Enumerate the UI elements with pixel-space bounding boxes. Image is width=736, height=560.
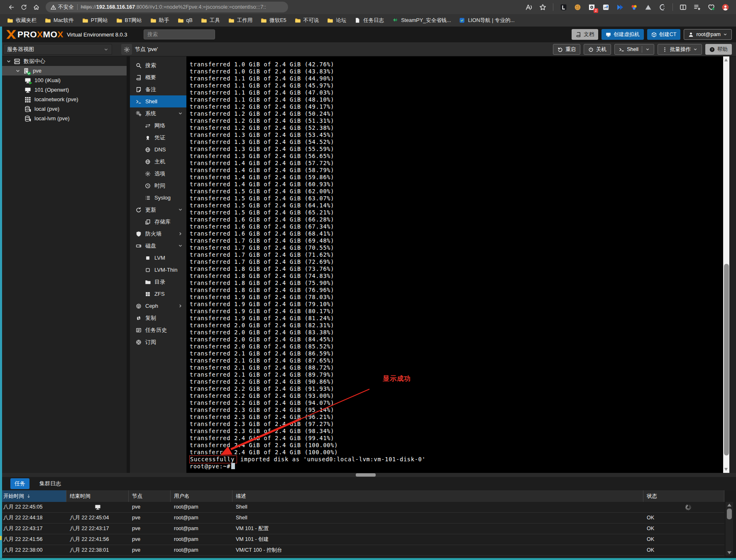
bookmark-item[interactable]: 论坛 bbox=[327, 17, 346, 24]
bookmark-item[interactable]: 任务日志 bbox=[354, 17, 384, 24]
bookmark-item[interactable]: 微软E5 bbox=[260, 17, 286, 24]
ext-blue-arrows-button[interactable] bbox=[616, 3, 624, 11]
menu-item--[interactable]: 更新 bbox=[130, 204, 186, 216]
bottom-panel-splitter[interactable] bbox=[0, 473, 736, 477]
tree-item-localnetwork-pve-[interactable]: localnetwork (pve) bbox=[2, 95, 127, 104]
tab-任务[interactable]: 任务 bbox=[10, 478, 29, 489]
reload-button[interactable] bbox=[17, 2, 30, 12]
tree-item-pve[interactable]: pve bbox=[2, 66, 127, 75]
table-row[interactable]: 八月 22 22:44:18八月 22 22:45:04pveroot@pamS… bbox=[0, 513, 724, 523]
menu-item-dns[interactable]: DNS bbox=[130, 144, 186, 156]
shell-button[interactable]: Shell bbox=[614, 44, 654, 55]
tree-item-local-pve-[interactable]: local (pve) bbox=[2, 104, 127, 114]
scroll-up-icon[interactable] bbox=[724, 58, 728, 61]
task-table-scrollbar[interactable] bbox=[726, 502, 733, 556]
bookmark-item[interactable]: SteamPY_安全省钱... bbox=[392, 17, 451, 24]
menu-item-syslog[interactable]: Syslog bbox=[130, 192, 186, 204]
menu-item--[interactable]: 任务历史 bbox=[130, 324, 186, 336]
home-button[interactable] bbox=[30, 2, 42, 12]
favorites-star-button[interactable] bbox=[539, 3, 547, 11]
table-row[interactable]: 八月 22 22:38:00八月 22 22:38:01pveroot@pamV… bbox=[0, 545, 724, 556]
global-search-input[interactable] bbox=[144, 29, 215, 39]
menu-item-ceph[interactable]: Ceph bbox=[130, 300, 186, 312]
menu-item--[interactable]: 系统 bbox=[130, 107, 186, 119]
bookmark-item[interactable]: LION导航 | 专业的... bbox=[459, 17, 514, 24]
ext-screenshot-button[interactable]: 2 bbox=[588, 3, 596, 11]
table-row[interactable]: 八月 22 22:45:05pveroot@pamShell bbox=[0, 502, 724, 513]
menu-item--[interactable]: 备注 bbox=[130, 83, 186, 95]
scroll-down-icon[interactable] bbox=[727, 551, 731, 554]
bookmark-item[interactable]: 收藏夹栏 bbox=[7, 17, 37, 24]
documentation-button[interactable]: 文档 bbox=[572, 29, 598, 40]
collections-button[interactable] bbox=[693, 3, 701, 11]
column-header-5[interactable]: 描述 bbox=[232, 490, 643, 502]
create-ct-button[interactable]: 创建CT bbox=[647, 29, 681, 40]
table-row[interactable]: 八月 22 22:43:17八月 22 22:43:17pveroot@pamV… bbox=[0, 523, 724, 534]
bookmark-item[interactable]: qB bbox=[177, 17, 193, 23]
scroll-up-icon[interactable] bbox=[727, 504, 731, 506]
tree-item-100-ikuai-[interactable]: 100 (iKuai) bbox=[2, 75, 127, 85]
column-header-1[interactable]: 开始时间 bbox=[0, 490, 66, 502]
bookmark-item[interactable]: 助手 bbox=[150, 17, 169, 24]
menu-item--[interactable]: 目录 bbox=[130, 276, 186, 288]
menu-item--[interactable]: 复制 bbox=[130, 312, 186, 324]
menu-item--[interactable]: 主机 bbox=[130, 156, 186, 168]
tree-item-101-openwrt-[interactable]: 101 (Openwrt) bbox=[2, 85, 127, 95]
menu-item--[interactable]: 存储库 bbox=[130, 216, 186, 228]
column-header-4[interactable]: 用户名 bbox=[171, 490, 232, 502]
bulk-actions-button[interactable]: 批量操作 bbox=[658, 44, 702, 55]
browser-essentials-button[interactable] bbox=[707, 3, 715, 11]
bookmark-item[interactable]: 不可说 bbox=[294, 17, 319, 24]
address-bar[interactable]: 不安全 https://192.168.116.167:8006/#v1:0:=… bbox=[46, 2, 288, 12]
scroll-down-icon[interactable] bbox=[724, 468, 728, 471]
help-button[interactable]: ? 帮助 bbox=[705, 44, 732, 55]
menu-item--[interactable]: 磁盘 bbox=[130, 240, 186, 252]
view-settings-gear-button[interactable] bbox=[121, 44, 132, 55]
shutdown-button[interactable]: 关机 bbox=[584, 44, 611, 55]
menu-item-lvm[interactable]: LVM bbox=[130, 252, 186, 264]
tree-item-local-lvm-pve-[interactable]: local-lvm (pve) bbox=[2, 114, 127, 123]
read-aloud-button[interactable] bbox=[525, 3, 533, 11]
column-header-6[interactable]: 状态 bbox=[643, 490, 724, 502]
ext-triangle-button[interactable] bbox=[644, 3, 652, 11]
console-scrollbar-thumb[interactable] bbox=[724, 264, 729, 455]
menu-item--[interactable]: 防火墙 bbox=[130, 228, 186, 240]
tree-item--[interactable]: 数据中心 bbox=[2, 56, 127, 66]
panel-splitter[interactable] bbox=[127, 56, 130, 473]
bookmark-item[interactable]: 工作用 bbox=[228, 17, 253, 24]
menu-item-lvm-thin[interactable]: LVM-Thin bbox=[130, 264, 186, 276]
console-scrollbar[interactable] bbox=[723, 56, 729, 473]
menu-item-zfs[interactable]: ZFS bbox=[130, 288, 186, 300]
shell-console[interactable]: transferred 1.0 GiB of 2.4 GiB (42.76%)t… bbox=[186, 56, 723, 473]
ext-c-button[interactable] bbox=[658, 3, 666, 11]
back-button[interactable] bbox=[5, 2, 17, 12]
ext-image-downloader-button[interactable] bbox=[602, 3, 610, 11]
split-screen-button[interactable] bbox=[679, 3, 687, 11]
ext-cookie-button[interactable] bbox=[574, 3, 582, 11]
restart-button[interactable]: 重启 bbox=[553, 44, 580, 55]
ext-l-button[interactable] bbox=[560, 3, 567, 11]
tab-集群日志[interactable]: 集群日志 bbox=[35, 478, 65, 489]
menu-item--[interactable]: 网络 bbox=[130, 119, 186, 131]
bookmark-item[interactable]: Mac软件 bbox=[44, 17, 74, 24]
menu-item--[interactable]: 订阅 bbox=[130, 336, 186, 348]
table-row[interactable]: 八月 22 22:41:56八月 22 22:41:56pveroot@pamV… bbox=[0, 534, 724, 545]
column-header-3[interactable]: 节点 bbox=[129, 490, 171, 502]
bookmark-item[interactable]: PT网站 bbox=[82, 17, 108, 24]
user-menu-button[interactable]: root@pam bbox=[684, 29, 732, 40]
ext-color-dots-button[interactable] bbox=[630, 3, 638, 11]
menu-item--[interactable]: 凭证 bbox=[130, 131, 186, 144]
menu-item--[interactable]: 选项 bbox=[130, 168, 186, 180]
profile-avatar-button[interactable] bbox=[721, 3, 729, 11]
bookmark-item[interactable]: BT网站 bbox=[116, 17, 142, 24]
column-header-2[interactable]: 结束时间 bbox=[66, 490, 129, 502]
menu-item--[interactable]: 概要 bbox=[130, 71, 186, 83]
menu-item-shell[interactable]: Shell bbox=[130, 95, 186, 107]
menu-item--[interactable]: 时间 bbox=[130, 180, 186, 192]
task-scrollbar-thumb[interactable] bbox=[727, 509, 732, 519]
bookmark-item[interactable]: 工具 bbox=[201, 17, 220, 24]
menu-item--[interactable]: 搜索 bbox=[130, 59, 186, 71]
view-selector[interactable]: 服务器视图 bbox=[3, 44, 112, 55]
create-vm-button[interactable]: 创建虚拟机 bbox=[602, 29, 644, 40]
splitter-collapse-handle[interactable] bbox=[356, 473, 376, 477]
